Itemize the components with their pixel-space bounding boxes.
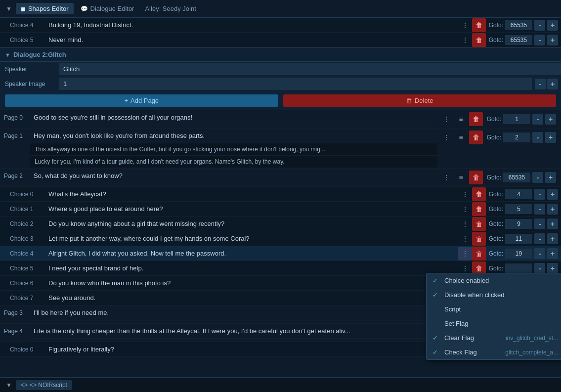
more-options-button[interactable]: ⋮ (458, 232, 472, 246)
increment-button[interactable]: + (547, 189, 558, 200)
increment-button[interactable]: + (545, 172, 556, 183)
more-options-button[interactable]: ⋮ (458, 217, 472, 231)
goto-input[interactable] (505, 35, 532, 45)
item-label: Choice enabled (444, 277, 558, 284)
choice-label: Choice 3 (0, 233, 44, 245)
decrement-button[interactable]: - (534, 233, 545, 244)
goto-input[interactable] (505, 189, 532, 199)
delete-icon: 🗑 (406, 97, 412, 104)
increment-button[interactable]: + (547, 248, 558, 259)
more-options-button[interactable]: ⋮ (439, 112, 453, 126)
increment-button[interactable]: + (547, 233, 558, 244)
more-options-button[interactable]: ⋮ (439, 171, 453, 184)
tab-dialogue-label: Dialogue Editor (90, 5, 134, 12)
increment-button[interactable]: + (547, 20, 558, 31)
list-item: Choice 4 Building 19, Industrial Distric… (0, 18, 561, 33)
checkmark-icon: ✓ (432, 348, 440, 356)
decrement-button[interactable]: - (532, 172, 543, 183)
noirscript-tab[interactable]: <> <> NOIRscript (16, 380, 72, 390)
more-options-button[interactable]: ⋮ (458, 187, 472, 201)
speaker-increment-button[interactable]: + (547, 79, 558, 89)
more-options-button[interactable]: ⋮ (458, 33, 472, 47)
tab-dialogue[interactable]: 💬 Dialogue Editor (76, 3, 139, 14)
choice-text: What's the Alleycat? (44, 188, 458, 200)
goto-input[interactable] (505, 234, 532, 244)
page-extra-text: Lucky for you, I'm kind of a tour guide,… (30, 156, 437, 168)
item-label: Disable when clicked (444, 291, 558, 299)
context-menu-item-clear-flag[interactable]: ✓ Clear Flag inv_glitch_cred_st... (427, 331, 561, 345)
list-item: Choice 3 Let me put it another way, wher… (0, 231, 561, 246)
context-menu-item-check-flag[interactable]: ✓ Check Flag glitch_complete_a... (427, 345, 561, 359)
delete-button[interactable]: 🗑 (469, 171, 483, 184)
speaker-label: Speaker (0, 63, 59, 75)
goto-label: Goto: (489, 235, 503, 242)
delete-button[interactable]: 🗑 (472, 33, 486, 47)
increment-button[interactable]: + (545, 114, 556, 125)
decrement-button[interactable]: - (534, 204, 545, 215)
decrement-button[interactable]: - (534, 263, 545, 274)
goto-input[interactable] (505, 263, 532, 273)
more-options-button[interactable]: ⋮ (439, 131, 453, 144)
goto-label: Goto: (487, 174, 501, 181)
increment-button[interactable]: + (547, 35, 558, 45)
context-menu-item-script[interactable]: ✓ Script (427, 302, 561, 316)
increment-button[interactable]: + (545, 132, 556, 143)
decrement-button[interactable]: - (534, 218, 545, 229)
checkmark-icon: ✓ (432, 291, 440, 299)
list-button[interactable]: ≡ (454, 171, 468, 184)
goto-input[interactable] (503, 173, 530, 182)
goto-input[interactable] (505, 20, 532, 30)
decrement-button[interactable]: - (532, 114, 543, 125)
goto-area: Goto: - + (486, 20, 561, 31)
add-page-button[interactable]: + Add Page (5, 94, 278, 107)
context-menu-item-choice-enabled[interactable]: ✓ Choice enabled (427, 273, 561, 288)
delete-button[interactable]: 🗑 (469, 112, 483, 126)
list-button[interactable]: ≡ (454, 131, 468, 144)
decrement-button[interactable]: - (534, 189, 545, 200)
page-label: Page 0 (0, 110, 30, 128)
decrement-button[interactable]: - (534, 20, 545, 31)
empty-check: ✓ (432, 305, 440, 313)
decrement-button[interactable]: - (532, 132, 543, 143)
context-menu-item-disable-when-clicked[interactable]: ✓ Disable when clicked (427, 288, 561, 302)
page-text: Hey man, you don't look like you're from… (30, 129, 437, 143)
goto-input[interactable] (505, 204, 532, 214)
speaker-pm: - + (532, 79, 561, 89)
increment-button[interactable]: + (547, 204, 558, 215)
speaker-decrement-button[interactable]: - (535, 79, 546, 89)
bottom-arrow[interactable]: ▼ (4, 381, 14, 390)
delete-button[interactable]: 🗑 (472, 187, 486, 201)
speaker-value: Glitch (59, 63, 561, 75)
collapse-arrow[interactable]: ▼ (5, 52, 10, 58)
delete-button[interactable]: 🗑 (472, 202, 486, 216)
menu-arrow[interactable]: ▼ (4, 4, 14, 13)
delete-button[interactable]: 🗑 (472, 18, 486, 32)
goto-label: Goto: (489, 250, 503, 257)
delete-button[interactable]: 🗑 (472, 232, 486, 246)
goto-input[interactable] (503, 114, 530, 124)
tab-shapes[interactable]: ◼ Shapes Editor (16, 3, 74, 14)
goto-input[interactable] (503, 132, 530, 142)
choice-text: Figuratively or literally? (44, 343, 458, 355)
increment-button[interactable]: + (547, 218, 558, 229)
item-label: Check Flag (444, 348, 501, 356)
page-label: Page 2 (0, 169, 30, 186)
goto-input[interactable] (505, 249, 532, 259)
context-menu-item-set-flag[interactable]: ✓ Set Flag (427, 316, 561, 331)
page-actions: ⋮ ≡ 🗑 Goto: - + (437, 110, 561, 128)
decrement-button[interactable]: - (534, 248, 545, 259)
goto-input[interactable] (505, 219, 532, 229)
more-options-button[interactable]: ⋮ (458, 247, 472, 261)
delete-page-button[interactable]: 🗑 Delete (283, 94, 557, 107)
delete-button[interactable]: 🗑 (472, 247, 486, 261)
choice-label: Choice 0 (0, 344, 44, 355)
more-options-button[interactable]: ⋮ (458, 18, 472, 32)
delete-button[interactable]: 🗑 (469, 131, 483, 144)
delete-button[interactable]: 🗑 (472, 217, 486, 231)
goto-label: Goto: (489, 191, 503, 198)
speaker-row: Speaker Glitch (0, 62, 561, 77)
decrement-button[interactable]: - (534, 35, 545, 45)
list-button[interactable]: ≡ (454, 112, 468, 126)
increment-button[interactable]: + (547, 263, 558, 274)
more-options-button[interactable]: ⋮ (458, 202, 472, 216)
